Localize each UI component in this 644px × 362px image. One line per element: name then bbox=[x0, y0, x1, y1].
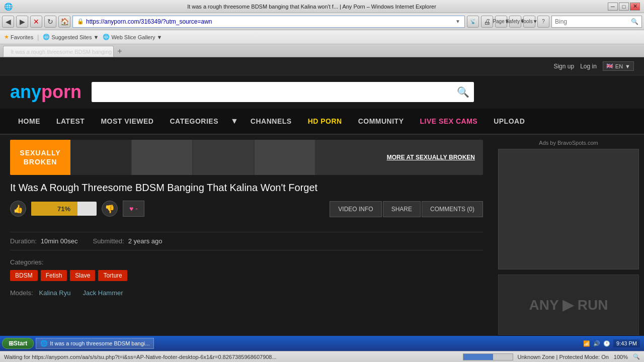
model-kalina-ryu[interactable]: Kalina Ryu bbox=[39, 289, 71, 297]
taskbar-ie-item[interactable]: 🌐 It was a rough threesome BDSM bangi... bbox=[36, 338, 154, 349]
site-header-right: Sign up Log in 🇬🇧 EN ▼ bbox=[553, 61, 634, 71]
window-controls: ─ □ ✕ bbox=[608, 3, 640, 11]
star-icon: ★ bbox=[4, 34, 9, 40]
nav-latest[interactable]: LATEST bbox=[48, 109, 93, 134]
favorites-toolbar: ★ Favorites | 🌐 Suggested Sites ▼ 🌐 Web … bbox=[0, 30, 644, 44]
rss-button[interactable]: 📡 bbox=[467, 16, 479, 28]
nav-home[interactable]: HOME bbox=[10, 109, 48, 134]
address-bar[interactable]: 🔒 https://anyporn.com/316349/?utm_source… bbox=[72, 16, 465, 28]
tag-fetish[interactable]: Fetish bbox=[41, 270, 67, 281]
thumbs-down-button[interactable]: 👎 bbox=[102, 201, 118, 217]
home-nav-button[interactable]: 🏠 bbox=[58, 16, 70, 28]
share-tab[interactable]: SHARE bbox=[383, 201, 421, 217]
suggested-sites-button[interactable]: 🌐 Suggested Sites ▼ bbox=[43, 34, 99, 40]
logo-any-text: any bbox=[10, 81, 41, 103]
nav-hd-porn[interactable]: HD PORN bbox=[300, 109, 350, 134]
banner-link[interactable]: MORE AT SEXUALLY BROKEN bbox=[379, 154, 483, 161]
categories-dropdown-button[interactable]: ▼ bbox=[226, 109, 243, 134]
search-input[interactable] bbox=[92, 82, 452, 102]
banner-image-1 bbox=[70, 140, 131, 175]
new-tab-button[interactable]: + bbox=[114, 46, 126, 57]
model-jack-hammer[interactable]: Jack Hammer bbox=[83, 289, 123, 297]
sidebar: Ads by BravoSpots.com ANY ▶ RUN bbox=[493, 135, 644, 340]
refresh-button[interactable]: ↻ bbox=[44, 16, 56, 28]
web-slice-button[interactable]: 🌐 Web Slice Gallery ▼ bbox=[103, 34, 162, 40]
tag-bdsm[interactable]: BDSM bbox=[10, 270, 38, 281]
banner-logo: SEXUALLY BROKEN bbox=[10, 140, 70, 175]
url-text[interactable]: https://anyporn.com/316349/?utm_source=a… bbox=[86, 18, 455, 25]
ie-icon: 🌐 bbox=[4, 3, 13, 11]
nav-community[interactable]: COMMUNITY bbox=[350, 109, 412, 134]
taskbar-right: 📶 🔊 🕐 9:43 PM bbox=[583, 339, 642, 347]
logo-search-bar: anyporn 🔍 bbox=[0, 75, 644, 109]
nav-live-sex-cams[interactable]: LIVE SEX CAMS bbox=[412, 109, 486, 134]
video-tabs: VIDEO INFO SHARE COMMENTS (0) bbox=[330, 201, 483, 217]
minimize-button[interactable]: ─ bbox=[608, 3, 618, 11]
tools-button[interactable]: Tools▼ bbox=[523, 16, 535, 28]
site-header: Sign up Log in 🇬🇧 EN ▼ bbox=[0, 57, 644, 75]
status-text: Waiting for https://anyporn.com/aa/s/s/s… bbox=[4, 354, 459, 360]
nav-upload[interactable]: UPLOAD bbox=[486, 109, 533, 134]
categories-row: Categories: BDSM Fetish Slave Torture bbox=[10, 258, 483, 281]
tag-torture[interactable]: Torture bbox=[98, 270, 127, 281]
browser-search-box[interactable]: 🔍 bbox=[551, 16, 642, 28]
lang-dropdown-icon: ▼ bbox=[625, 63, 630, 69]
banner-images bbox=[70, 140, 379, 175]
thumbs-up-button[interactable]: 👍 bbox=[10, 201, 26, 217]
search-icon: 🔍 bbox=[457, 86, 469, 98]
nav-channels[interactable]: CHANNELS bbox=[243, 109, 300, 134]
zone-text: Unknown Zone | Protected Mode: On bbox=[517, 354, 608, 360]
banner-image-3 bbox=[193, 140, 254, 175]
nav-most-viewed[interactable]: MOST VIEWED bbox=[93, 109, 162, 134]
promo-banner: SEXUALLY BROKEN MORE AT SEXUALLY BROKEN bbox=[10, 140, 483, 175]
close-button[interactable]: ✕ bbox=[630, 3, 640, 11]
nav-categories[interactable]: CATEGORIES bbox=[162, 109, 226, 134]
tab-bar: It was a rough threesome BDSM banging th… bbox=[0, 44, 644, 57]
network-icon: 📶 bbox=[583, 340, 590, 347]
clock: 9:43 PM bbox=[613, 339, 640, 347]
stop-button[interactable]: ✕ bbox=[30, 16, 42, 28]
language-selector[interactable]: 🇬🇧 EN ▼ bbox=[603, 61, 634, 71]
rating-fill-positive bbox=[31, 202, 77, 216]
print-button[interactable]: 🖨 bbox=[481, 16, 493, 28]
duration-label: Duration: bbox=[10, 237, 37, 245]
favorites-button[interactable]: ★ Favorites bbox=[4, 34, 33, 40]
site-logo[interactable]: anyporn bbox=[10, 81, 82, 103]
rating-progress: 71% bbox=[31, 202, 97, 216]
tag-slave[interactable]: Slave bbox=[70, 270, 95, 281]
submitted-label: Submitted: bbox=[93, 237, 124, 245]
video-title: It Was A Rough Threesome BDSM Banging Th… bbox=[10, 182, 483, 194]
address-dropdown-icon[interactable]: ▼ bbox=[455, 19, 460, 24]
loading-progress-bar bbox=[463, 353, 513, 360]
main-content: SEXUALLY BROKEN MORE AT SEXUALLY BROKEN … bbox=[0, 135, 493, 340]
banner-image-4 bbox=[255, 140, 315, 175]
video-info-tab[interactable]: VIDEO INFO bbox=[330, 201, 381, 217]
search-button[interactable]: 🔍 bbox=[452, 82, 474, 102]
browser-nav: ◀ ▶ ✕ ↻ 🏠 🔒 https://anyporn.com/316349/?… bbox=[0, 13, 644, 30]
site-wrapper: Sign up Log in 🇬🇧 EN ▼ anyporn 🔍 HOME LA… bbox=[0, 57, 644, 362]
start-button[interactable]: ⊞ Start bbox=[2, 338, 34, 349]
forward-button[interactable]: ▶ bbox=[16, 16, 28, 28]
browser-search-input[interactable] bbox=[555, 18, 631, 25]
help-button[interactable]: ? bbox=[537, 16, 549, 28]
comments-tab[interactable]: COMMENTS (0) bbox=[422, 201, 483, 217]
safety-button[interactable]: Safety▼ bbox=[509, 16, 521, 28]
login-link[interactable]: Log in bbox=[580, 63, 597, 70]
maximize-button[interactable]: □ bbox=[619, 3, 629, 11]
submitted-item: Submitted: 2 years ago bbox=[93, 237, 162, 245]
heart-icon: ♥ bbox=[129, 205, 133, 213]
loading-progress-fill bbox=[463, 354, 493, 360]
categories-label-row: Categories: bbox=[10, 258, 483, 266]
content-area: SEXUALLY BROKEN MORE AT SEXUALLY BROKEN … bbox=[0, 135, 644, 340]
active-tab[interactable]: It was a rough threesome BDSM banging th… bbox=[3, 46, 114, 57]
browser-titlebar: 🌐 It was a rough threesome BDSM banging … bbox=[0, 0, 644, 13]
back-button[interactable]: ◀ bbox=[2, 16, 14, 28]
main-nav: HOME LATEST MOST VIEWED CATEGORIES ▼ CHA… bbox=[0, 109, 644, 135]
tab-title: It was a rough threesome BDSM banging th… bbox=[11, 49, 114, 55]
zoom-level: 100% bbox=[614, 354, 628, 360]
favorite-button[interactable]: ♥ - bbox=[123, 201, 144, 217]
browser-status: Waiting for https://anyporn.com/aa/s/s/s… bbox=[0, 351, 644, 362]
browser-search-icon[interactable]: 🔍 bbox=[631, 18, 638, 25]
clock-icon: 🕐 bbox=[603, 340, 610, 347]
signup-link[interactable]: Sign up bbox=[553, 63, 574, 70]
